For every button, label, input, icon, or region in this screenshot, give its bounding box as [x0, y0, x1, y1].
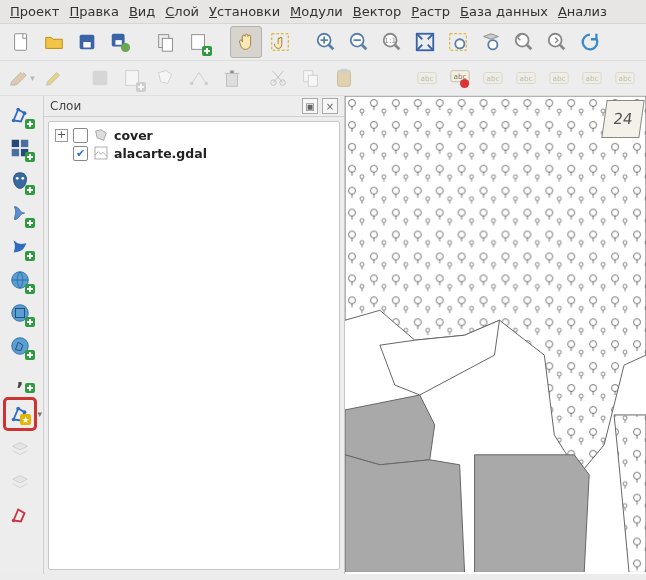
- svg-rect-20: [93, 71, 108, 86]
- svg-point-61: [12, 418, 16, 422]
- svg-point-16: [455, 39, 464, 48]
- add-wms-button[interactable]: [3, 265, 37, 295]
- layer-row-alacarte[interactable]: alacarte.gdal: [51, 144, 337, 162]
- menu-база данных[interactable]: База данных: [460, 4, 548, 19]
- zoom-full-button[interactable]: [410, 27, 440, 57]
- paste-button[interactable]: [329, 63, 359, 93]
- gps-button[interactable]: [3, 500, 37, 530]
- save-button[interactable]: [72, 27, 102, 57]
- new-project-button[interactable]: [6, 27, 36, 57]
- pan-to-selection-button[interactable]: [265, 27, 295, 57]
- layer-label: alacarte.gdal: [114, 146, 207, 161]
- svg-rect-50: [12, 140, 19, 147]
- label-warn-button[interactable]: abc: [445, 63, 475, 93]
- remove-layer-button[interactable]: [3, 434, 37, 464]
- zoom-layer-button[interactable]: [476, 27, 506, 57]
- label-rotate-button[interactable]: abc: [577, 63, 607, 93]
- visibility-checkbox[interactable]: [73, 128, 88, 143]
- zoom-out-button[interactable]: [344, 27, 374, 57]
- save-edits-button[interactable]: [85, 63, 115, 93]
- add-postgis-button[interactable]: [3, 166, 37, 196]
- svg-marker-22: [159, 71, 172, 84]
- layer-row-cover[interactable]: + cover: [51, 126, 337, 144]
- move-feature-button[interactable]: [151, 63, 181, 93]
- toolbar-row-1: 1:1: [0, 24, 646, 61]
- svg-point-64: [12, 519, 16, 523]
- label-pin-button[interactable]: abc: [478, 63, 508, 93]
- zoom-last-button[interactable]: [509, 27, 539, 57]
- svg-text:abc: abc: [486, 74, 499, 83]
- compass-label: 24: [612, 110, 634, 128]
- menu-вектор[interactable]: Вектор: [353, 4, 402, 19]
- new-layer-button[interactable]: [184, 27, 214, 57]
- add-wfs-button[interactable]: [3, 331, 37, 361]
- polygon-icon: [93, 127, 109, 143]
- svg-point-49: [23, 111, 27, 115]
- add-spatialite-button[interactable]: [3, 199, 37, 229]
- svg-rect-31: [340, 69, 347, 73]
- layers-tree[interactable]: + cover alacarte.gdal: [48, 121, 340, 570]
- edit-pencils-button[interactable]: ▾: [6, 63, 36, 93]
- svg-rect-7: [162, 38, 172, 51]
- zoom-selection-button[interactable]: [443, 27, 473, 57]
- zoom-next-button[interactable]: [542, 27, 572, 57]
- svg-point-17: [488, 40, 497, 49]
- svg-text:abc: abc: [552, 74, 565, 83]
- delete-selected-button[interactable]: [217, 63, 247, 93]
- open-button[interactable]: [39, 27, 69, 57]
- save-as-button[interactable]: [105, 27, 135, 57]
- visibility-checkbox[interactable]: [73, 146, 88, 161]
- label-abc-button[interactable]: abc: [412, 63, 442, 93]
- label-move-button[interactable]: abc: [544, 63, 574, 93]
- svg-point-36: [460, 79, 469, 88]
- svg-rect-4: [115, 40, 121, 45]
- add-vector-button[interactable]: [3, 100, 37, 130]
- layers-panel-title: Слои: [50, 99, 298, 113]
- map-canvas[interactable]: 24: [344, 96, 646, 574]
- menu-вид[interactable]: Вид: [129, 4, 155, 19]
- svg-point-55: [21, 177, 24, 180]
- node-tool-button[interactable]: [184, 63, 214, 93]
- menu-проект[interactable]: Проект: [10, 4, 59, 19]
- label-pin2-button[interactable]: abc: [511, 63, 541, 93]
- svg-rect-2: [83, 42, 90, 48]
- svg-text:abc: abc: [519, 74, 532, 83]
- add-raster-button[interactable]: [3, 133, 37, 163]
- compass-icon[interactable]: 24: [601, 100, 644, 138]
- menu-растр[interactable]: Растр: [411, 4, 450, 19]
- svg-text:,: ,: [17, 368, 24, 389]
- close-panel-icon[interactable]: ×: [322, 98, 338, 114]
- menu-анализ[interactable]: Анализ: [558, 4, 607, 19]
- menu-правка[interactable]: Правка: [69, 4, 118, 19]
- svg-point-62: [16, 407, 20, 411]
- svg-text:abc: abc: [420, 74, 433, 83]
- pan-tool-button[interactable]: [230, 26, 262, 58]
- layer-label: cover: [114, 128, 153, 143]
- svg-point-54: [16, 177, 19, 180]
- add-wcs-button[interactable]: [3, 298, 37, 328]
- add-feature-button[interactable]: [118, 63, 148, 93]
- expand-icon[interactable]: +: [55, 129, 68, 142]
- menu-модули[interactable]: Модули: [290, 4, 343, 19]
- copy-button[interactable]: [296, 63, 326, 93]
- menu-установки[interactable]: Установки: [209, 4, 280, 19]
- zoom-native-button[interactable]: 1:1: [377, 27, 407, 57]
- svg-text:abc: abc: [618, 74, 631, 83]
- toolbar-row-2: ▾ abc abc abc abc abc abc abc: [0, 61, 646, 96]
- cut-button[interactable]: [263, 63, 293, 93]
- layers-panel: Слои ▣ × + cover alacarte.gdal: [44, 96, 344, 574]
- svg-rect-30: [338, 71, 351, 87]
- new-shapefile-button[interactable]: ★▾: [3, 397, 37, 431]
- svg-rect-51: [21, 140, 28, 147]
- menu-слой[interactable]: Слой: [165, 4, 199, 19]
- add-delimited-button[interactable]: ,: [3, 364, 37, 394]
- undock-panel-icon[interactable]: ▣: [302, 98, 318, 114]
- zoom-in-button[interactable]: [311, 27, 341, 57]
- duplicate-layer-button[interactable]: [3, 467, 37, 497]
- toggle-edit-button[interactable]: [39, 63, 69, 93]
- refresh-button[interactable]: [575, 27, 605, 57]
- add-mssql-button[interactable]: [3, 232, 37, 262]
- label-edit-button[interactable]: abc: [610, 63, 640, 93]
- svg-rect-52: [12, 149, 19, 156]
- copy-style-button[interactable]: [151, 27, 181, 57]
